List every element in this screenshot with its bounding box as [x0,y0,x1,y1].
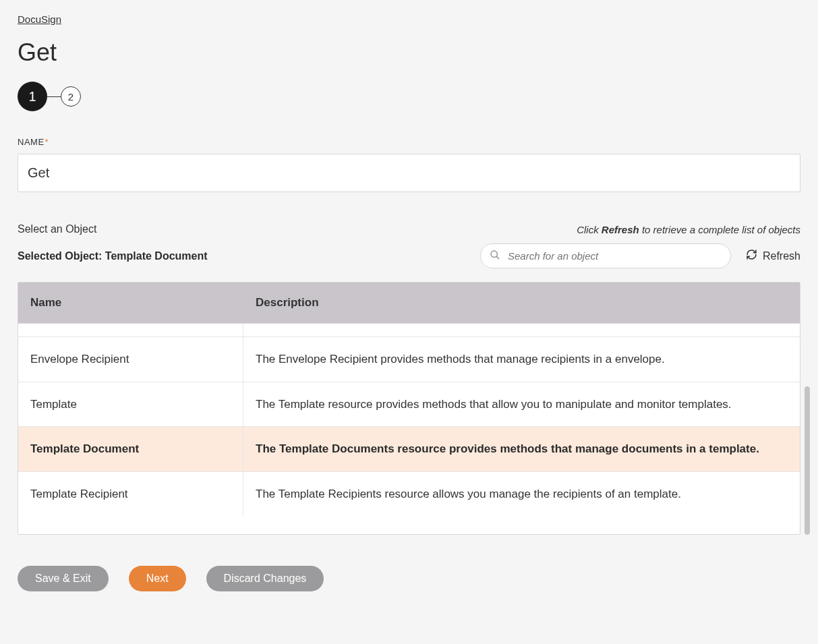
hint-bold: Refresh [602,224,639,235]
table-row-selected[interactable]: Template Document The Template Documents… [18,427,800,472]
stepper: 1 2 [18,82,800,111]
cell-description: The Template Documents resource provides… [243,427,800,471]
table-row[interactable] [18,324,800,337]
cell-name [18,324,243,336]
save-exit-button[interactable]: Save & Exit [18,566,109,591]
breadcrumb-link[interactable]: DocuSign [18,13,61,25]
cell-name: Envelope Recipient [18,337,243,382]
svg-point-0 [491,251,497,257]
selected-object-label: Selected Object: Template Document [18,250,208,262]
table-row[interactable]: Template Recipient The Template Recipien… [18,472,800,517]
cell-description: The Envelope Recipient provides methods … [243,337,800,382]
hint-prefix: Click [577,224,602,235]
select-object-label: Select an Object [18,223,96,235]
selected-prefix: Selected Object: [18,250,105,262]
scrollbar[interactable] [805,386,810,535]
page-title: Get [18,38,800,67]
refresh-icon [746,249,757,263]
name-label-text: NAME [18,137,45,147]
table-row[interactable]: Template The Template resource provides … [18,382,800,428]
name-field-label: NAME* [18,137,800,147]
search-wrap [480,243,731,268]
refresh-button[interactable]: Refresh [746,249,800,263]
name-input[interactable] [18,154,800,192]
search-icon [490,250,500,263]
next-button[interactable]: Next [129,566,186,591]
cell-name: Template Document [18,427,243,471]
refresh-label: Refresh [763,250,800,262]
table-header: Name Description [18,283,800,324]
step-2[interactable]: 2 [61,86,81,107]
cell-description: The Template resource provides methods t… [243,382,800,427]
svg-line-1 [496,256,499,259]
object-table: Name Description Envelope Recipient The … [18,282,800,535]
refresh-hint: Click Refresh to retrieve a complete lis… [577,224,800,235]
th-name: Name [18,283,243,323]
discard-changes-button[interactable]: Discard Changes [206,566,324,591]
cell-name: Template Recipient [18,472,243,517]
table-body: Envelope Recipient The Envelope Recipien… [18,324,800,534]
required-indicator: * [45,137,49,147]
th-description: Description [243,283,800,323]
cell-name: Template [18,382,243,427]
selected-value: Template Document [105,250,208,262]
footer-buttons: Save & Exit Next Discard Changes [18,566,800,591]
step-1[interactable]: 1 [18,82,47,111]
cell-description [243,324,800,336]
table-row[interactable]: Envelope Recipient The Envelope Recipien… [18,337,800,382]
step-connector [47,96,61,97]
search-input[interactable] [480,243,731,268]
cell-description: The Template Recipients resource allows … [243,472,800,517]
hint-suffix: to retrieve a complete list of objects [639,224,800,235]
